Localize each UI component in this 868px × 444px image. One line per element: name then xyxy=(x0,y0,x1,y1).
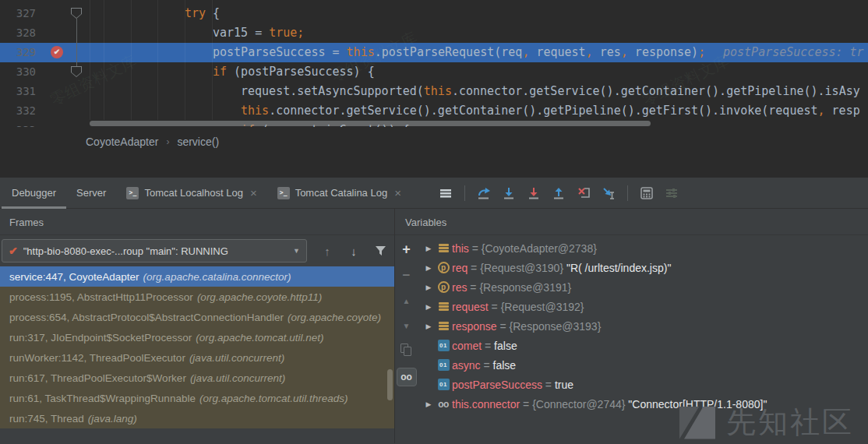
expand-arrow-icon[interactable]: ▶ xyxy=(422,245,435,252)
breadcrumb: CoyoteAdapter › service() xyxy=(0,127,868,156)
line-number[interactable]: 327 xyxy=(0,4,36,23)
code-line[interactable]: 331 request.setAsyncSupported(this.conne… xyxy=(0,82,868,101)
tab-label: Server xyxy=(76,187,106,199)
stack-frame-row[interactable]: runWorker:1142, ThreadPoolExecutor (java… xyxy=(0,347,394,368)
equals-sign: = xyxy=(542,379,555,391)
line-number[interactable]: 333 xyxy=(0,121,36,127)
code-line[interactable]: 330 if (postParseSuccess) { xyxy=(0,62,868,82)
thread-dropdown[interactable]: ✔ "http-bio-8080-exec-...roup "main": RU… xyxy=(2,239,307,263)
variable-name: request xyxy=(452,301,489,313)
variable-ref: {Request@3192} xyxy=(501,301,584,313)
variable-ref: {Connector@2744} xyxy=(532,398,625,411)
stack-frame-row[interactable]: run:745, Thread (java.lang) xyxy=(0,408,394,428)
code-text: try { xyxy=(185,4,220,23)
code-line-execution-point[interactable]: 329 postParseSuccess = this.postParseReq… xyxy=(0,43,868,62)
tab-label: Debugger xyxy=(12,187,56,199)
frame-package: (java.lang) xyxy=(88,413,137,425)
expand-arrow-icon[interactable]: ▶ xyxy=(422,284,435,291)
equals-sign: = xyxy=(467,281,479,294)
frame-package: (org.apache.tomcat.util.net) xyxy=(196,332,323,344)
code-line[interactable]: 327 try { xyxy=(0,4,868,23)
variable-row[interactable]: ▶ p req = {Request@3190} "R( /urltest/in… xyxy=(418,258,868,277)
line-number[interactable]: 331 xyxy=(0,82,36,101)
stack-frame-row[interactable]: run:317, JIoEndpoint$SocketProcessor (or… xyxy=(0,327,394,347)
toolbar-separator xyxy=(627,185,628,201)
stack-frame-row[interactable]: process:1195, AbstractHttp11Processor (o… xyxy=(0,287,394,307)
editor-footer: CoyoteAdapter › service() xyxy=(0,127,868,178)
expand-arrow-icon[interactable]: ▶ xyxy=(422,264,435,272)
tab-server[interactable]: Server xyxy=(66,178,116,209)
variable-row[interactable]: ▶ oo this.connector = {Connector@2744} "… xyxy=(418,394,868,414)
close-icon[interactable]: × xyxy=(250,188,257,199)
variable-row[interactable]: ▶ this = {CoyoteAdapter@2738} xyxy=(418,238,868,258)
tab-debugger[interactable]: Debugger xyxy=(2,178,66,209)
variable-row[interactable]: ▶ 01 postParseSuccess = true xyxy=(418,375,868,394)
variable-ref: {CoyoteAdapter@2738} xyxy=(482,242,597,255)
frame-method: runWorker:1142, ThreadPoolExecutor xyxy=(9,352,185,364)
frames-scrollbar[interactable] xyxy=(387,369,393,400)
force-step-into-icon[interactable] xyxy=(527,186,541,200)
variable-value: false xyxy=(494,340,517,352)
show-watches-icon[interactable]: oo xyxy=(397,368,417,386)
move-watch-up-icon[interactable]: ▲ xyxy=(397,291,416,310)
primitive-icon: 01 xyxy=(435,359,452,371)
line-number[interactable]: 329 xyxy=(0,43,36,62)
tab-tomcat-localhost-log[interactable]: >_ Tomcat Localhost Log × xyxy=(116,178,266,209)
variable-value: false xyxy=(493,359,517,372)
add-watch-icon[interactable]: + xyxy=(397,240,416,259)
chevron-right-icon: › xyxy=(166,136,169,147)
variable-row[interactable]: ▶ response = {Response@3193} xyxy=(418,316,868,336)
hide-library-frames-filter-icon[interactable] xyxy=(371,241,390,260)
code-editor[interactable]: 327 try { 328 var15 = true; 329 postPars… xyxy=(0,0,868,127)
parameter-icon: p xyxy=(435,281,452,293)
breadcrumb-method[interactable]: service() xyxy=(177,136,219,148)
toolbar-separator xyxy=(464,185,465,201)
stack-frame-row[interactable]: service:447, CoyoteAdapter (org.apache.c… xyxy=(0,266,394,287)
stepping-toolbar xyxy=(433,185,684,201)
step-over-icon[interactable] xyxy=(477,186,491,200)
expand-arrow-icon[interactable]: ▶ xyxy=(422,303,435,311)
equals-sign: = xyxy=(468,262,480,274)
variable-row[interactable]: ▶ 01 async = false xyxy=(418,355,868,375)
previous-frame-icon[interactable]: ↑ xyxy=(318,241,337,260)
expand-arrow-icon[interactable]: ▶ xyxy=(422,322,435,330)
variable-row[interactable]: ▶ 01 comet = false xyxy=(418,336,868,355)
thread-running-check-icon: ✔ xyxy=(9,245,18,257)
equals-sign: = xyxy=(482,340,494,352)
breakpoint-verified-icon[interactable]: ✔ xyxy=(51,46,63,58)
expand-arrow-icon[interactable]: ▶ xyxy=(422,400,435,408)
line-number[interactable]: 328 xyxy=(0,23,36,43)
variable-row[interactable]: ▶ p res = {Response@3191} xyxy=(418,277,868,297)
tab-tomcat-catalina-log[interactable]: >_ Tomcat Catalina Log × xyxy=(267,178,411,209)
variable-name: response xyxy=(452,320,497,333)
stack-frame-row[interactable]: run:617, ThreadPoolExecutor$Worker (java… xyxy=(0,368,394,388)
frames-panel-title: Frames xyxy=(9,209,44,235)
line-number[interactable]: 330 xyxy=(0,62,36,82)
field-icon xyxy=(435,321,452,330)
drop-frame-icon[interactable] xyxy=(577,186,591,200)
menu-icon[interactable] xyxy=(439,186,453,200)
line-number[interactable]: 332 xyxy=(0,101,36,121)
step-into-icon[interactable] xyxy=(502,186,516,200)
parameter-icon: p xyxy=(435,262,452,273)
restore-layout-icon[interactable] xyxy=(665,186,679,200)
duplicate-watch-icon[interactable] xyxy=(397,341,416,360)
panel-divider xyxy=(394,209,395,235)
step-out-icon[interactable] xyxy=(552,186,566,200)
variable-row[interactable]: ▶ request = {Request@3192} xyxy=(418,297,868,316)
remove-watch-icon[interactable]: − xyxy=(397,266,416,285)
code-line[interactable]: 328 var15 = true; xyxy=(0,23,868,43)
variable-value: "R( /urltest/index.jsp)" xyxy=(563,262,671,274)
stack-frame-row[interactable]: run:61, TaskThread$WrappingRunnable (org… xyxy=(0,388,394,408)
stack-frame-row[interactable]: process:654, AbstractProtocol$AbstractCo… xyxy=(0,307,394,327)
frame-method: run:317, JIoEndpoint$SocketProcessor xyxy=(9,332,192,344)
next-frame-icon[interactable]: ↓ xyxy=(344,241,363,260)
evaluate-expression-icon[interactable] xyxy=(640,186,654,200)
editor-horizontal-scrollbar[interactable] xyxy=(90,121,651,126)
close-icon[interactable]: × xyxy=(394,188,401,199)
run-to-cursor-icon[interactable] xyxy=(602,186,616,200)
code-line[interactable]: 332 this.connector.getService().getConta… xyxy=(0,101,868,121)
panel-headers: Frames Variables xyxy=(0,209,868,235)
breadcrumb-class[interactable]: CoyoteAdapter xyxy=(86,136,158,148)
move-watch-down-icon[interactable]: ▼ xyxy=(397,316,416,335)
